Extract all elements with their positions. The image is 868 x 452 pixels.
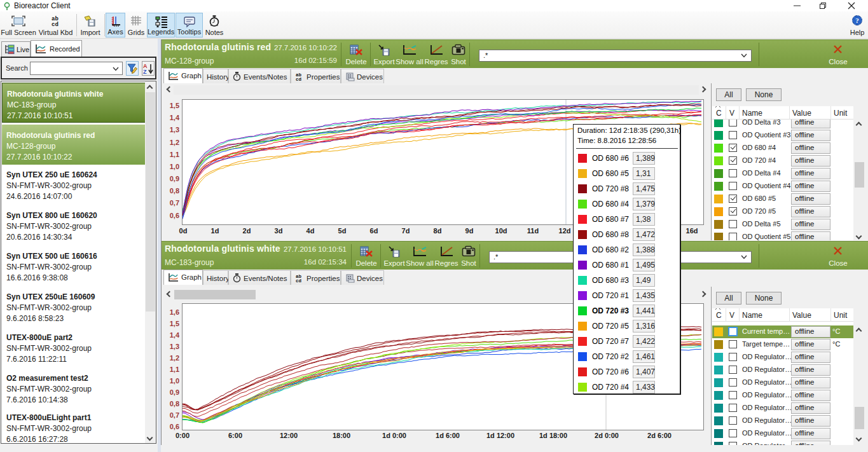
svg-text:?: ? <box>855 17 859 24</box>
svg-text:1,0: 1,0 <box>170 377 179 385</box>
svg-text:1,0: 1,0 <box>170 163 179 170</box>
svg-text:1,2: 1,2 <box>170 354 179 362</box>
svg-text:cd: cd <box>52 22 59 27</box>
svg-text:0:00: 0:00 <box>176 432 189 439</box>
svg-text:1,3: 1,3 <box>170 343 179 350</box>
svg-text:0,7: 0,7 <box>170 199 179 207</box>
svg-text:0,6: 0,6 <box>170 423 179 430</box>
svg-text:1d: 1d <box>211 227 219 235</box>
svg-text:1,4: 1,4 <box>170 114 180 121</box>
svg-text:8d: 8d <box>434 227 442 235</box>
svg-text:10d: 10d <box>495 227 507 235</box>
svg-text:1,4: 1,4 <box>170 331 180 339</box>
svg-text:0,9: 0,9 <box>170 175 179 182</box>
svg-text:0d: 0d <box>179 227 188 235</box>
svg-text:6:00: 6:00 <box>228 432 242 439</box>
svg-text:1,5: 1,5 <box>170 320 179 327</box>
svg-text:1d 0:00: 1d 0:00 <box>382 432 406 439</box>
svg-text:1,1: 1,1 <box>170 151 179 158</box>
svg-text:1,6: 1,6 <box>170 308 179 316</box>
svg-text:11d: 11d <box>527 227 539 235</box>
svg-text:16d: 16d <box>686 227 698 235</box>
svg-text:2d 0:00: 2d 0:00 <box>595 432 619 439</box>
svg-text:cd: cd <box>296 278 301 283</box>
svg-text:1,2: 1,2 <box>170 139 179 146</box>
svg-text:1d 12:00: 1d 12:00 <box>486 432 514 439</box>
svg-text:5d: 5d <box>338 227 347 235</box>
svg-text:0,8: 0,8 <box>170 187 179 195</box>
svg-text:3d: 3d <box>275 227 283 235</box>
svg-text:cd: cd <box>296 77 301 81</box>
svg-text:0,9: 0,9 <box>170 388 179 396</box>
svg-text:0,6: 0,6 <box>170 212 179 219</box>
svg-text:2d: 2d <box>243 227 251 235</box>
svg-text:12:00: 12:00 <box>280 432 298 439</box>
svg-text:4d: 4d <box>307 227 315 235</box>
svg-text:Z: Z <box>143 69 147 75</box>
svg-text:6d: 6d <box>370 227 378 235</box>
svg-text:0,7: 0,7 <box>170 411 179 419</box>
svg-text:0,8: 0,8 <box>170 400 179 407</box>
svg-text:9d: 9d <box>465 227 474 235</box>
svg-text:1d 18:00: 1d 18:00 <box>539 432 567 439</box>
svg-text:1,1: 1,1 <box>170 366 179 373</box>
svg-text:2d 6:00: 2d 6:00 <box>647 432 672 439</box>
svg-text:1,3: 1,3 <box>170 126 179 134</box>
svg-text:12d: 12d <box>559 227 571 235</box>
svg-text:7d: 7d <box>402 227 410 235</box>
svg-text:18:00: 18:00 <box>333 432 350 439</box>
svg-text:1d 6:00: 1d 6:00 <box>436 432 460 439</box>
svg-text:1,5: 1,5 <box>170 102 179 109</box>
